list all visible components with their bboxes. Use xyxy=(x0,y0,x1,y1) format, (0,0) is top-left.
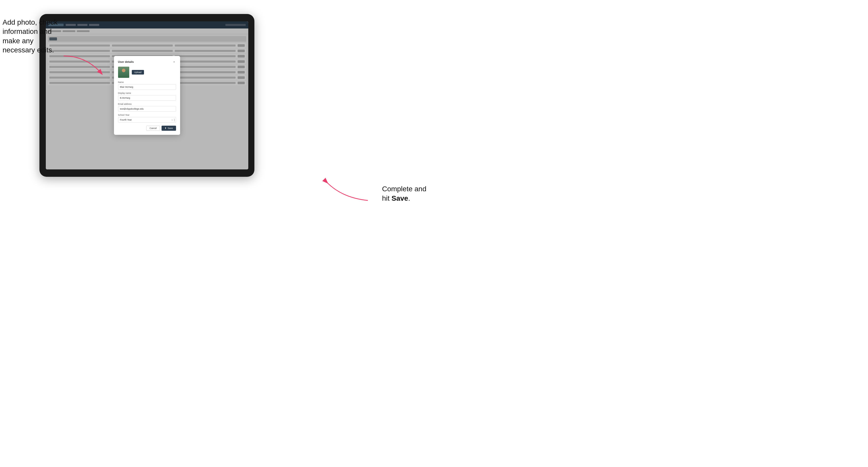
chevron-down-icon: ▼ xyxy=(174,120,175,122)
school-year-select[interactable]: Fourth Year xyxy=(118,117,176,123)
select-controls: × ▲ ▼ xyxy=(172,118,175,122)
save-button[interactable]: ⬆ Save xyxy=(161,126,176,131)
select-arrows: ▲ ▼ xyxy=(174,118,175,122)
save-icon: ⬆ xyxy=(164,127,167,129)
tablet-screen: User details × Upload Name xyxy=(46,21,248,169)
annotation-right: Complete and hit Save. xyxy=(382,184,426,203)
user-details-modal: User details × Upload Name xyxy=(114,56,180,135)
display-name-field-group: Display name xyxy=(118,92,176,101)
arrow-right-annotation xyxy=(319,175,370,208)
modal-footer: Cancel ⬆ Save xyxy=(118,126,176,131)
photo-section: Upload xyxy=(118,67,176,78)
chevron-up-icon: ▲ xyxy=(174,118,175,120)
modal-title: User details xyxy=(118,60,134,63)
cancel-button[interactable]: Cancel xyxy=(146,126,160,131)
name-label: Name xyxy=(118,81,176,84)
email-label: Email address xyxy=(118,103,176,105)
email-input[interactable] xyxy=(118,106,176,112)
display-name-input[interactable] xyxy=(118,95,176,101)
school-year-label: School Year xyxy=(118,114,176,116)
user-photo-image xyxy=(118,67,129,78)
modal-close-button[interactable]: × xyxy=(173,60,176,64)
name-input[interactable] xyxy=(118,84,176,90)
name-field-group: Name xyxy=(118,81,176,90)
tablet-device: User details × Upload Name xyxy=(39,14,254,177)
modal-overlay: User details × Upload Name xyxy=(46,21,248,169)
modal-header: User details × xyxy=(118,60,176,64)
select-clear-icon[interactable]: × xyxy=(172,119,173,121)
email-field-group: Email address xyxy=(118,103,176,112)
school-year-field-group: School Year Fourth Year × ▲ ▼ xyxy=(118,114,176,123)
school-year-select-wrapper: Fourth Year × ▲ ▼ xyxy=(118,117,176,123)
user-photo-thumbnail xyxy=(118,67,129,78)
upload-photo-button[interactable]: Upload xyxy=(132,70,144,74)
annotation-left: Add photo, check information and make an… xyxy=(3,18,58,55)
display-name-label: Display name xyxy=(118,92,176,94)
